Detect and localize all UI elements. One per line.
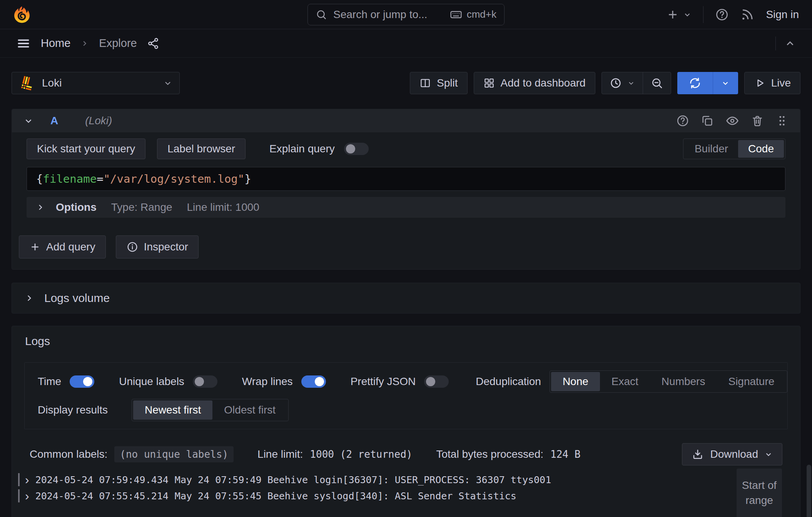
- log-level-bar: [18, 489, 20, 502]
- mode-builder[interactable]: Builder: [685, 140, 738, 158]
- time-range-button[interactable]: [602, 72, 643, 94]
- query-editor-panel: A (Loki) Kick start your query Label bro…: [12, 109, 800, 270]
- zoom-out-icon: [651, 77, 663, 89]
- play-icon: [754, 77, 765, 89]
- logs-title: Logs: [25, 335, 800, 348]
- order-oldest-first[interactable]: Oldest first: [212, 400, 287, 420]
- split-button[interactable]: Split: [410, 72, 467, 94]
- sync-icon: [689, 77, 701, 89]
- search-placeholder: Search or jump to...: [333, 8, 427, 21]
- zoom-out-time-button[interactable]: [643, 72, 671, 94]
- search-input[interactable]: Search or jump to... cmd+k: [307, 4, 505, 25]
- datasource-picker[interactable]: Loki: [12, 72, 180, 94]
- dedup-signature[interactable]: Signature: [717, 372, 786, 391]
- share-alt-icon: [147, 37, 159, 50]
- hamburger-icon: [16, 36, 31, 51]
- log-row[interactable]: ›2024-05-24 07:59:49.434May 24 07:59:49 …: [12, 472, 800, 488]
- chevron-down-icon[interactable]: [23, 116, 33, 126]
- query-options-row[interactable]: Options Type: Range Line limit: 1000: [27, 197, 785, 218]
- log-expand-icon[interactable]: ›: [25, 490, 29, 502]
- display-results-group: Newest firstOldest first: [132, 399, 289, 421]
- chevron-right-icon: [24, 293, 34, 303]
- editor-mode-group: BuilderCode: [683, 138, 785, 159]
- label-browser-button[interactable]: Label browser: [157, 138, 246, 159]
- line-limit-value: 1000 (2 returned): [310, 449, 412, 460]
- log-expand-icon[interactable]: ›: [25, 474, 29, 486]
- run-query-split-button: [677, 72, 738, 94]
- log-timestamp: 2024-05-24 07:59:49.434: [35, 474, 169, 485]
- query-token: =: [97, 172, 103, 185]
- chevron-down-icon: [627, 79, 635, 87]
- mega-menu-button[interactable]: [16, 36, 31, 51]
- chevron-down-icon: [683, 10, 692, 19]
- prettify-json-label: Prettify JSON: [351, 375, 416, 388]
- loki-logo-icon: [19, 75, 35, 91]
- prettify-json-toggle[interactable]: [424, 375, 449, 388]
- split-columns-icon: [419, 77, 431, 89]
- options-line-limit: Line limit: 1000: [187, 201, 259, 213]
- live-button[interactable]: Live: [744, 72, 800, 94]
- run-query-interval-button[interactable]: [713, 72, 738, 94]
- chevron-down-icon: [163, 78, 172, 88]
- explain-query-toggle[interactable]: [344, 143, 369, 155]
- unique-labels-toggle[interactable]: [193, 375, 217, 388]
- log-line: May 24 07:59:49 Beehive login[36307]: US…: [175, 474, 551, 485]
- logs-volume-title: Logs volume: [44, 292, 110, 305]
- add-query-button[interactable]: Add query: [19, 235, 106, 258]
- breadcrumb-home[interactable]: Home: [41, 37, 70, 50]
- log-row[interactable]: ›2024-05-24 07:55:45.214May 24 07:55:45 …: [12, 488, 800, 504]
- log-level-bar: [18, 473, 20, 486]
- logs-volume-panel[interactable]: Logs volume: [12, 283, 800, 314]
- logs-controls: Time Unique labels Wrap lines Prettify J…: [24, 362, 788, 429]
- query-code-input[interactable]: {filename="/var/log/system.log"}: [27, 167, 785, 191]
- inspector-button[interactable]: Inspector: [116, 235, 199, 258]
- duplicate-query-icon[interactable]: [701, 114, 714, 127]
- collapse-controls-button[interactable]: [784, 38, 796, 49]
- help-button[interactable]: [715, 8, 729, 22]
- top-nav-right: Sign in: [666, 6, 799, 23]
- time-picker-group: [601, 72, 671, 94]
- log-line: May 24 07:55:45 Beehive syslogd[340]: AS…: [175, 490, 516, 502]
- query-help-icon[interactable]: [676, 114, 689, 127]
- new-menu-button[interactable]: [666, 8, 692, 21]
- top-nav: Search or jump to... cmd+k Sign in: [0, 0, 812, 29]
- download-button[interactable]: Download: [682, 443, 782, 465]
- dedup-exact[interactable]: Exact: [600, 372, 650, 391]
- explore-toolbar: Loki Split Add to dashboard: [12, 72, 800, 94]
- mode-code[interactable]: Code: [738, 140, 784, 158]
- run-query-button[interactable]: [677, 72, 713, 94]
- info-circle-icon: [126, 241, 139, 253]
- kick-start-query-button[interactable]: Kick start your query: [27, 138, 145, 159]
- sign-in-button[interactable]: Sign in: [766, 8, 799, 21]
- deduplication-label: Deduplication: [476, 375, 541, 388]
- query-ref-id: A: [50, 115, 58, 127]
- query-row-header[interactable]: A (Loki): [12, 109, 800, 132]
- query-token: filename: [43, 172, 97, 185]
- toggle-visibility-icon[interactable]: [725, 114, 739, 128]
- chevron-right-icon: [36, 203, 45, 212]
- log-rows: ›2024-05-24 07:59:49.434May 24 07:59:49 …: [12, 472, 800, 504]
- keyboard-icon: [450, 8, 462, 21]
- chevron-down-icon: [764, 450, 773, 459]
- remove-query-icon[interactable]: [751, 114, 764, 127]
- display-results-label: Display results: [38, 404, 108, 416]
- share-shortened-link-button[interactable]: [147, 37, 159, 50]
- plus-icon: [29, 241, 41, 253]
- unique-labels-label: Unique labels: [119, 375, 184, 388]
- start-of-range-marker[interactable]: Start of range: [737, 469, 782, 517]
- time-toggle[interactable]: [70, 375, 94, 388]
- add-to-dashboard-button[interactable]: Add to dashboard: [474, 72, 595, 94]
- order-newest-first[interactable]: Newest first: [133, 400, 212, 420]
- divider: [703, 6, 703, 23]
- common-labels-label: Common labels:: [30, 448, 107, 460]
- wrap-lines-toggle[interactable]: [301, 375, 326, 388]
- chevron-right-icon: [80, 39, 89, 48]
- grafana-logo-icon[interactable]: [13, 6, 31, 23]
- news-button[interactable]: [740, 8, 754, 22]
- wrap-lines-label: Wrap lines: [242, 375, 293, 388]
- dedup-numbers[interactable]: Numbers: [650, 372, 717, 391]
- breadcrumb-current: Explore: [99, 37, 137, 50]
- drag-handle-icon[interactable]: [775, 114, 789, 127]
- dedup-none[interactable]: None: [551, 372, 600, 391]
- scrollbar-thumb[interactable]: [807, 465, 811, 517]
